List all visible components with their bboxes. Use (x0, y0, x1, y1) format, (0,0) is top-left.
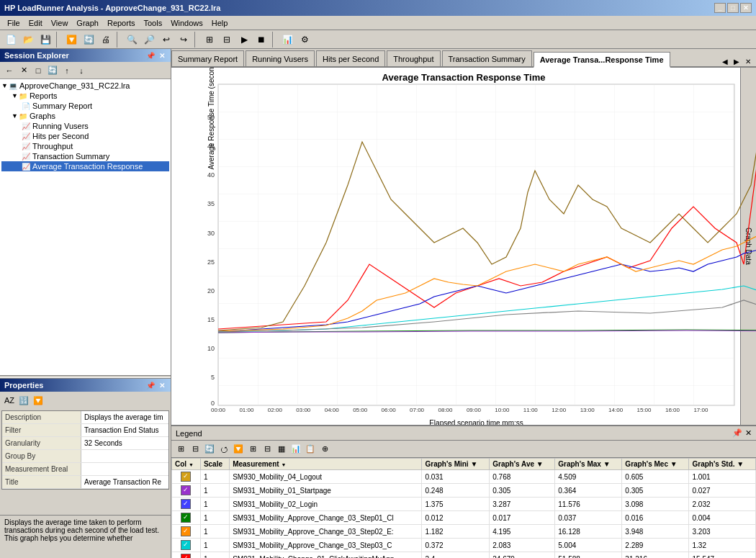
tab-next[interactable]: ▶ (732, 57, 742, 66)
undo-button[interactable]: ↩ (158, 32, 174, 48)
legend-cell-color-0[interactable]: ✓ (172, 470, 201, 484)
tree-transaction-summary[interactable]: 📈 Transaction Summary (1, 151, 169, 161)
tab-transaction-summary[interactable]: Transaction Summary (442, 50, 532, 66)
legend-cell-color-2[interactable]: ✓ (172, 498, 201, 511)
legend-checkbox-5[interactable]: ✓ (181, 540, 191, 550)
zoom-in-button[interactable]: 🔍 (124, 32, 140, 48)
col-header-col[interactable]: Col ▼ (172, 459, 201, 470)
legend-tool-10[interactable]: ⊕ (318, 443, 331, 456)
ex-refresh[interactable]: 🔄 (46, 64, 59, 77)
menu-windows[interactable]: Windows (166, 17, 207, 29)
ex-delete[interactable]: ✕ (17, 64, 30, 77)
expand-graphs[interactable]: ▼ (12, 112, 18, 120)
close-button[interactable]: ✕ (740, 3, 752, 13)
ex-back[interactable]: ← (3, 64, 16, 77)
props-sort-az[interactable]: AZ (3, 394, 16, 407)
legend-cell-color-6[interactable]: ✓ (172, 552, 201, 559)
col-header-min[interactable]: Graph's Mini ▼ (422, 459, 490, 470)
filter-button[interactable]: 🔽 (63, 32, 79, 48)
tab-throughput[interactable]: Throughput (387, 50, 440, 66)
expand-root[interactable]: ▼ (1, 82, 8, 89)
col-header-std[interactable]: Graph's Std. ▼ (689, 459, 756, 470)
legend-cell-color-5[interactable]: ✓ (172, 539, 201, 552)
menu-tools[interactable]: Tools (139, 17, 166, 29)
legend-tool-3[interactable]: 🔄 (203, 443, 216, 456)
tree-graphs[interactable]: ▼ 📁 Graphs (1, 111, 169, 121)
col-header-scale[interactable]: Scale (200, 459, 229, 470)
legend-cell-color-1[interactable]: ✓ (172, 484, 201, 498)
props-filter[interactable]: 🔽 (32, 394, 45, 407)
tab-prev[interactable]: ◀ (720, 57, 730, 66)
legend-cell-color-3[interactable]: ✓ (172, 511, 201, 525)
tool-1[interactable]: ⊞ (202, 32, 217, 48)
config-button[interactable]: ⚙ (297, 32, 312, 48)
graph-data-tab[interactable]: Graph Data (740, 68, 756, 425)
menu-help[interactable]: Help (207, 17, 233, 29)
col-header-avg[interactable]: Graph's Ave ▼ (490, 459, 555, 470)
maximize-button[interactable]: □ (727, 3, 739, 13)
tool-2[interactable]: ⊟ (219, 32, 235, 48)
tree-running-vusers[interactable]: 📈 Running Vusers (1, 121, 169, 131)
tree-throughput[interactable]: 📈 Throughput (1, 141, 169, 151)
legend-checkbox-6[interactable]: ✓ (181, 554, 191, 558)
menu-file[interactable]: File (3, 17, 24, 29)
legend-row-0: ✓ 1 SM930_Mobility_04_Logout 0.031 0.768… (172, 470, 756, 484)
tool-3[interactable]: ▶ (236, 32, 252, 48)
tab-hits-per-second[interactable]: Hits per Second (316, 50, 385, 66)
legend-cell-color-4[interactable]: ✓ (172, 525, 201, 539)
expand-reports[interactable]: ▼ (12, 92, 18, 99)
menu-graph[interactable]: Graph (72, 17, 103, 29)
legend-tool-5[interactable]: ⊞ (246, 443, 259, 456)
legend-cell-std-1: 0.027 (689, 484, 756, 498)
close-panel-button[interactable]: ✕ (158, 52, 166, 60)
legend-tool-1[interactable]: ⊞ (174, 443, 187, 456)
tab-running-vusers[interactable]: Running Vusers (246, 50, 315, 66)
legend-checkbox-3[interactable]: ✓ (181, 513, 191, 523)
col-header-measurement[interactable]: Measurement ▼ (230, 459, 422, 470)
legend-tool-6[interactable]: ⊟ (261, 443, 274, 456)
legend-checkbox-2[interactable]: ✓ (181, 499, 191, 509)
col-header-mec[interactable]: Graph's Mec ▼ (622, 459, 689, 470)
print-button[interactable]: 🖨 (98, 32, 114, 48)
tree-root[interactable]: ▼ 💻 ApproveChange_931_RC22.lra (1, 81, 169, 91)
pin-button[interactable]: 📌 (145, 52, 156, 60)
menu-edit[interactable]: Edit (24, 17, 47, 29)
tab-close[interactable]: ✕ (743, 57, 753, 66)
legend-checkbox-4[interactable]: ✓ (181, 526, 191, 536)
props-sort-num[interactable]: 🔢 (17, 394, 30, 407)
tool-4[interactable]: ⏹ (253, 32, 269, 48)
export-button[interactable]: 📊 (279, 32, 295, 48)
ex-down[interactable]: ↓ (75, 64, 88, 77)
col-header-max[interactable]: Graph's Max ▼ (555, 459, 622, 470)
minimize-button[interactable]: _ (714, 3, 726, 13)
legend-checkbox-0[interactable]: ✓ (181, 472, 191, 482)
tab-summary-report[interactable]: Summary Report (171, 50, 244, 66)
refresh-button[interactable]: 🔄 (81, 32, 96, 48)
ex-new[interactable]: □ (32, 64, 45, 77)
save-button[interactable]: 💾 (37, 32, 53, 48)
legend-checkbox-1[interactable]: ✓ (181, 485, 191, 495)
props-close-button[interactable]: ✕ (158, 382, 166, 390)
redo-button[interactable]: ↪ (176, 32, 192, 48)
menu-view[interactable]: View (47, 17, 73, 29)
legend-cell-avg-5: 2.083 (490, 539, 555, 552)
legend-pin-button[interactable]: 📌 (732, 428, 742, 438)
zoom-out-button[interactable]: 🔎 (141, 32, 157, 48)
tree-summary-report[interactable]: 📄 Summary Report (1, 101, 169, 111)
tree-hits-per-second[interactable]: 📈 Hits per Second (1, 131, 169, 141)
tab-avg-response[interactable]: Average Transa...Response Time (534, 52, 670, 68)
tree-reports[interactable]: ▼ 📁 Reports (1, 91, 169, 101)
new-button[interactable]: 📄 (3, 32, 19, 48)
legend-tool-8[interactable]: 📊 (289, 443, 302, 456)
legend-close-button[interactable]: ✕ (745, 428, 752, 438)
legend-filter[interactable]: 🔽 (232, 443, 245, 456)
legend-tool-7[interactable]: ▦ (275, 443, 288, 456)
tree-avg-response[interactable]: 📈 Average Transaction Response (1, 161, 169, 171)
legend-tool-9[interactable]: 📋 (304, 443, 317, 456)
props-pin-button[interactable]: 📌 (145, 382, 156, 390)
ex-up[interactable]: ↑ (60, 64, 73, 77)
menu-reports[interactable]: Reports (103, 17, 140, 29)
open-button[interactable]: 📂 (20, 32, 36, 48)
legend-tool-2[interactable]: ⊟ (189, 443, 202, 456)
legend-tool-4[interactable]: ⭯ (217, 443, 230, 456)
